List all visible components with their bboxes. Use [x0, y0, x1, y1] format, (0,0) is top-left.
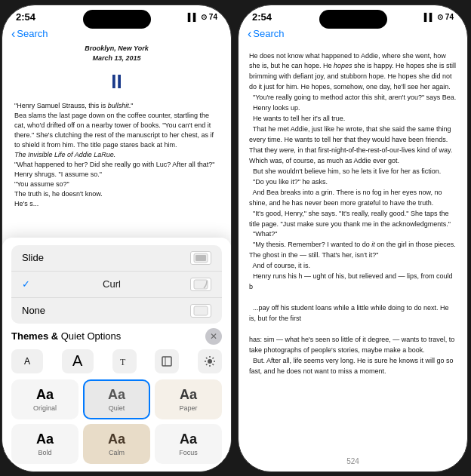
svg-text:T: T [120, 357, 126, 367]
theme-grid: Aa Original Aa Quiet Aa Paper Aa Bold [11, 379, 222, 464]
svg-rect-1 [195, 255, 206, 261]
svg-rect-5 [162, 357, 171, 366]
slide-label: Slide [22, 252, 44, 263]
theme-original-aa: Aa [36, 387, 54, 403]
scroll-options-list: Slide ✓ Curl None [11, 245, 222, 324]
scroll-option-curl[interactable]: ✓ Curl [11, 272, 222, 298]
right-wifi-icon: ⊙ [437, 13, 443, 21]
font-small-button[interactable]: A [11, 349, 43, 373]
right-nav-back-label[interactable]: Search [253, 28, 284, 39]
theme-focus-label: Focus [179, 449, 198, 456]
signal-icon: ▌▌ [188, 13, 199, 21]
right-status-icons: ▌▌ ⊙ 74 [424, 13, 454, 21]
close-button[interactable]: ✕ [205, 328, 222, 345]
page-number: 524 [346, 457, 359, 465]
theme-calm[interactable]: Aa Calm [83, 424, 150, 464]
dynamic-island [83, 10, 151, 29]
svg-rect-3 [194, 306, 208, 315]
theme-paper[interactable]: Aa Paper [155, 379, 222, 419]
themes-title: Themes & Quiet Options [11, 330, 121, 342]
theme-calm-aa: Aa [108, 431, 125, 447]
theme-focus[interactable]: Aa Focus [155, 424, 222, 464]
svg-line-12 [206, 358, 208, 359]
theme-calm-label: Calm [109, 449, 125, 456]
font-book-button[interactable] [155, 349, 179, 373]
svg-point-7 [208, 359, 212, 364]
right-dynamic-island [319, 10, 387, 29]
slide-icon [190, 251, 211, 265]
chapter-number: II [14, 67, 219, 97]
right-battery-icon: 74 [445, 13, 454, 21]
theme-original-label: Original [33, 404, 57, 412]
font-large-label: A [72, 352, 82, 370]
none-label: None [22, 305, 45, 316]
right-status-time: 2:54 [252, 11, 272, 23]
left-status-time: 2:54 [16, 11, 35, 23]
right-phone: 2:54 ▌▌ ⊙ 74 ‹ Search He does not know w… [238, 5, 468, 472]
book-text-left: "Henry Samuel Strauss, this is bullshit.… [14, 101, 219, 210]
curl-check-icon: ✓ [22, 278, 30, 290]
right-signal-icon: ▌▌ [424, 13, 435, 21]
font-style-button[interactable]: T [112, 349, 137, 373]
theme-paper-label: Paper [179, 404, 197, 412]
phones-container: 2:54 ▌▌ ⊙ 74 ‹ Search Brooklyn, New York… [2, 5, 469, 472]
theme-quiet-label: Quiet [109, 404, 125, 412]
left-back-arrow-icon: ‹ [11, 27, 15, 41]
curl-icon [190, 278, 211, 291]
svg-rect-2 [194, 280, 208, 289]
themes-header: Themes & Quiet Options ✕ [11, 328, 222, 345]
scroll-option-slide[interactable]: Slide [11, 245, 222, 272]
theme-bold-aa: Aa [36, 431, 54, 447]
theme-quiet[interactable]: Aa Quiet [83, 379, 150, 419]
font-small-label: A [24, 356, 30, 367]
font-controls: A A T [11, 349, 222, 373]
left-book-content: Brooklyn, New YorkMarch 13, 2015 II "Hen… [2, 44, 231, 210]
svg-line-14 [213, 358, 214, 359]
right-book-content: He does not know what happened to Addie,… [239, 44, 467, 450]
theme-bold[interactable]: Aa Bold [11, 424, 78, 464]
svg-line-13 [213, 364, 214, 365]
none-icon [190, 304, 211, 318]
scroll-option-none[interactable]: None [11, 298, 222, 324]
theme-quiet-aa: Aa [108, 387, 125, 403]
left-phone: 2:54 ▌▌ ⊙ 74 ‹ Search Brooklyn, New York… [2, 5, 232, 472]
battery-icon: 74 [209, 13, 217, 21]
brightness-button[interactable] [198, 349, 222, 373]
left-nav-back-label[interactable]: Search [17, 28, 48, 39]
font-large-button[interactable]: A [62, 349, 94, 373]
theme-bold-label: Bold [38, 449, 51, 456]
svg-line-15 [206, 364, 208, 365]
theme-original[interactable]: Aa Original [11, 379, 78, 419]
book-location: Brooklyn, New YorkMarch 13, 2015 [14, 44, 219, 64]
theme-paper-aa: Aa [180, 387, 197, 403]
overlay-panel: Slide ✓ Curl None [2, 238, 231, 471]
left-status-icons: ▌▌ ⊙ 74 [188, 13, 217, 21]
curl-label: Curl [103, 278, 121, 290]
right-back-arrow-icon: ‹ [248, 27, 251, 41]
wifi-icon: ⊙ [201, 13, 207, 21]
theme-focus-aa: Aa [180, 431, 197, 447]
